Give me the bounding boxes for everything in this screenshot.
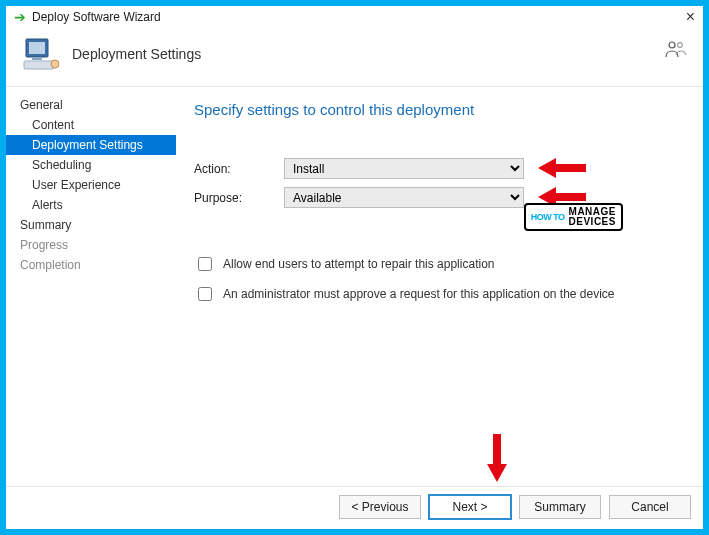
watermark: HOW TO MANAGE DEVICES: [524, 203, 623, 231]
checkbox-block: Allow end users to attempt to repair thi…: [182, 254, 689, 304]
svg-rect-2: [32, 58, 42, 60]
sidebar-item-label: Deployment Settings: [32, 138, 143, 152]
annotation-arrow-purpose: [540, 190, 586, 204]
svg-point-4: [51, 60, 59, 68]
row-action: Action: Install: [194, 158, 689, 179]
sidebar-item-label: Completion: [20, 258, 81, 272]
purpose-select[interactable]: Available: [284, 187, 524, 208]
cancel-button[interactable]: Cancel: [609, 495, 691, 519]
annotation-arrow-action: [540, 161, 586, 175]
users-icon: [665, 40, 687, 61]
sidebar-item-general[interactable]: General: [6, 95, 176, 115]
svg-rect-3: [24, 61, 54, 69]
sidebar-item-label: General: [20, 98, 63, 112]
sidebar-item-label: Alerts: [32, 198, 63, 212]
sidebar-item-label: Progress: [20, 238, 68, 252]
svg-rect-1: [29, 42, 45, 54]
svg-point-6: [678, 43, 683, 48]
admin-approve-checkbox[interactable]: [198, 287, 212, 301]
sidebar-item-user-experience[interactable]: User Experience: [6, 175, 176, 195]
header: Deployment Settings: [6, 28, 703, 86]
window-title: Deploy Software Wizard: [32, 10, 161, 24]
sidebar-item-label: Summary: [20, 218, 71, 232]
allow-repair-checkbox[interactable]: [198, 257, 212, 271]
wizard-window: × ➔ Deploy Software Wizard Deployment Se…: [6, 6, 703, 529]
page-title: Deployment Settings: [72, 46, 201, 62]
close-icon[interactable]: ×: [686, 8, 695, 26]
next-button[interactable]: Next >: [429, 495, 511, 519]
watermark-howto: HOW TO: [531, 213, 565, 222]
sidebar-item-content[interactable]: Content: [6, 115, 176, 135]
computer-icon: [22, 36, 60, 72]
sidebar: General Content Deployment Settings Sche…: [6, 87, 176, 486]
action-label: Action:: [194, 162, 284, 176]
titlebar: ➔ Deploy Software Wizard: [6, 6, 703, 28]
svg-point-5: [669, 42, 675, 48]
main-panel: Specify settings to control this deploym…: [176, 87, 703, 486]
watermark-line2: DEVICES: [569, 216, 616, 227]
sidebar-item-label: User Experience: [32, 178, 121, 192]
sidebar-item-summary[interactable]: Summary: [6, 215, 176, 235]
sidebar-item-deployment-settings[interactable]: Deployment Settings: [6, 135, 176, 155]
watermark-manage: MANAGE DEVICES: [569, 207, 616, 227]
sidebar-item-progress: Progress: [6, 235, 176, 255]
action-select[interactable]: Install: [284, 158, 524, 179]
sidebar-item-label: Scheduling: [32, 158, 91, 172]
row-admin-approve: An administrator must approve a request …: [194, 284, 689, 304]
summary-button[interactable]: Summary: [519, 495, 601, 519]
purpose-label: Purpose:: [194, 191, 284, 205]
sidebar-item-completion: Completion: [6, 255, 176, 275]
sidebar-item-label: Content: [32, 118, 74, 132]
admin-approve-label: An administrator must approve a request …: [223, 287, 615, 301]
sidebar-item-scheduling[interactable]: Scheduling: [6, 155, 176, 175]
allow-repair-label: Allow end users to attempt to repair thi…: [223, 257, 494, 271]
sidebar-item-alerts[interactable]: Alerts: [6, 195, 176, 215]
main-heading: Specify settings to control this deploym…: [194, 101, 689, 118]
footer: < Previous Next > Summary Cancel: [6, 486, 703, 529]
previous-button[interactable]: < Previous: [339, 495, 421, 519]
deploy-arrow-icon: ➔: [14, 10, 26, 24]
body: General Content Deployment Settings Sche…: [6, 86, 703, 486]
row-allow-repair: Allow end users to attempt to repair thi…: [194, 254, 689, 274]
